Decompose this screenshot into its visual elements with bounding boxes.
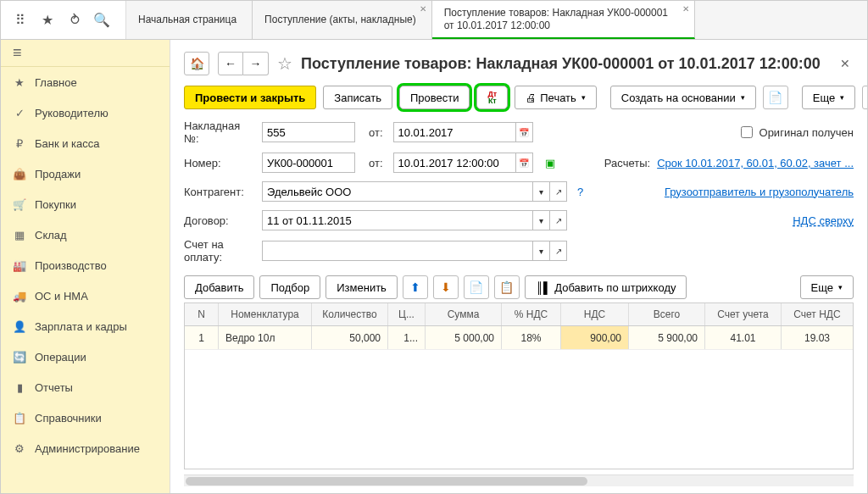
- col-vat-pct[interactable]: % НДС: [502, 303, 561, 325]
- dropdown-icon[interactable]: ▾: [533, 241, 550, 261]
- vat-link[interactable]: НДС сверху: [793, 214, 854, 227]
- calc-link[interactable]: Срок 10.01.2017, 60.01, 60.02, зачет ...: [657, 157, 854, 169]
- apps-icon[interactable]: ⠿: [13, 13, 28, 28]
- number-label: Номер:: [184, 157, 257, 169]
- favorite-icon[interactable]: ☆: [277, 53, 292, 74]
- sidebar-item-admin[interactable]: ⚙Администрирование: [1, 433, 170, 463]
- print-button[interactable]: 🖨Печать▾: [515, 86, 597, 109]
- invoice-date-input[interactable]: [393, 122, 516, 142]
- shipper-link[interactable]: Грузоотправитель и грузополучатель: [665, 186, 854, 198]
- posted-icon: ▣: [545, 157, 555, 169]
- open-icon[interactable]: ↗: [550, 181, 567, 202]
- person-icon: 👤: [13, 320, 26, 333]
- col-quantity[interactable]: Количество: [312, 303, 388, 325]
- sync-icon: 🔄: [13, 351, 26, 364]
- original-received-checkbox[interactable]: [741, 126, 753, 138]
- col-total[interactable]: Всего: [629, 303, 705, 325]
- add-barcode-button[interactable]: ║▌Добавить по штрихкоду: [525, 275, 687, 299]
- post-button[interactable]: Провести: [399, 86, 470, 109]
- pick-button[interactable]: Подбор: [259, 275, 320, 299]
- table-row[interactable]: 1 Ведро 10л 50,000 1... 5 000,00 18% 900…: [185, 326, 853, 350]
- sidebar-item-reports[interactable]: ▮Отчеты: [1, 372, 170, 402]
- sidebar-item-hr[interactable]: 👤Зарплата и кадры: [1, 311, 170, 341]
- tabs: Начальная страница Поступление (акты, на…: [126, 1, 867, 39]
- dtkt-button[interactable]: ДтКт: [476, 86, 508, 109]
- search-icon[interactable]: 🔍: [94, 13, 109, 28]
- col-nomenclature[interactable]: Номенклатура: [219, 303, 312, 325]
- contract-input[interactable]: [262, 210, 533, 230]
- tab-receipts[interactable]: Поступление (акты, накладные)✕: [253, 1, 432, 39]
- move-up-button[interactable]: ⬆: [403, 275, 428, 299]
- col-price[interactable]: Ц...: [388, 303, 426, 325]
- open-icon[interactable]: ↗: [550, 210, 567, 230]
- bars-icon: ▮: [13, 381, 26, 394]
- sidebar: ≡ ★Главное ✓Руководителю ₽Банк и касса 👜…: [1, 40, 170, 493]
- more-button[interactable]: Еще▾: [802, 86, 855, 109]
- open-icon[interactable]: ↗: [550, 241, 567, 261]
- star-icon[interactable]: ★: [40, 13, 55, 28]
- bag-icon: 👜: [13, 168, 26, 180]
- save-button[interactable]: Записать: [323, 86, 392, 109]
- help-button[interactable]: ?: [862, 86, 867, 109]
- printer-icon: 🖨: [526, 92, 537, 104]
- invoice-label: Накладная №:: [184, 119, 257, 145]
- sidebar-item-catalogs[interactable]: 📋Справочники: [1, 402, 170, 433]
- sidebar-item-assets[interactable]: 🚚ОС и НМА: [1, 280, 170, 311]
- sidebar-item-main[interactable]: ★Главное: [1, 67, 170, 97]
- forward-button[interactable]: →: [243, 52, 269, 75]
- payacc-input[interactable]: [262, 241, 533, 261]
- datetime-input[interactable]: [393, 153, 516, 173]
- grid-body: 1 Ведро 10л 50,000 1... 5 000,00 18% 900…: [185, 326, 853, 469]
- close-icon[interactable]: ✕: [682, 4, 689, 14]
- col-account[interactable]: Счет учета: [705, 303, 782, 325]
- dropdown-icon[interactable]: ▾: [533, 181, 550, 202]
- grid-header: N Номенклатура Количество Ц... Сумма % Н…: [185, 303, 853, 326]
- attach-button[interactable]: 📄: [763, 86, 788, 109]
- sidebar-item-operations[interactable]: 🔄Операции: [1, 341, 170, 372]
- counterparty-input[interactable]: [262, 181, 533, 202]
- post-and-close-button[interactable]: Провести и закрыть: [184, 86, 316, 109]
- close-page-button[interactable]: ✕: [837, 57, 854, 70]
- calendar-icon[interactable]: 📅: [516, 122, 533, 142]
- sidebar-item-production[interactable]: 🏭Производство: [1, 250, 170, 280]
- sidebar-item-manager[interactable]: ✓Руководителю: [1, 97, 170, 128]
- invoice-number-input[interactable]: [262, 122, 355, 142]
- menu-icon[interactable]: ≡: [1, 40, 170, 67]
- datetime-group: 📅: [393, 153, 533, 173]
- history-icon[interactable]: ⥁: [67, 13, 82, 28]
- sidebar-item-sales[interactable]: 👜Продажи: [1, 158, 170, 189]
- counterparty-help[interactable]: ?: [577, 186, 583, 198]
- move-down-button[interactable]: ⬇: [433, 275, 459, 299]
- sidebar-item-bank[interactable]: ₽Банк и касса: [1, 128, 170, 158]
- col-vat-account[interactable]: Счет НДС: [782, 303, 853, 325]
- sidebar-item-purchases[interactable]: 🛒Покупки: [1, 189, 170, 219]
- calc-label: Расчеты:: [604, 157, 650, 169]
- top-bar: ⠿ ★ ⥁ 🔍 Начальная страница Поступление (…: [1, 1, 867, 40]
- col-sum[interactable]: Сумма: [426, 303, 502, 325]
- tab-home[interactable]: Начальная страница: [126, 1, 253, 39]
- back-button[interactable]: ←: [218, 52, 243, 75]
- dropdown-icon[interactable]: ▾: [533, 210, 550, 230]
- content: 🏠 ← → ☆ Поступление товаров: Накладная У…: [170, 40, 867, 493]
- home-button[interactable]: 🏠: [184, 52, 209, 75]
- barcode-icon: ║▌: [536, 281, 551, 294]
- create-based-button[interactable]: Создать на основании▾: [610, 86, 756, 109]
- ruble-icon: ₽: [13, 137, 26, 150]
- tab-current[interactable]: Поступление товаров: Накладная УК00-0000…: [432, 1, 695, 39]
- col-vat[interactable]: НДС: [561, 303, 629, 325]
- calendar-icon[interactable]: 📅: [516, 153, 533, 173]
- col-n[interactable]: N: [185, 303, 219, 325]
- add-button[interactable]: Добавить: [184, 275, 254, 299]
- sidebar-item-warehouse[interactable]: ▦Склад: [1, 219, 170, 250]
- table-more-button[interactable]: Еще▾: [800, 275, 854, 299]
- main-toolbar: Провести и закрыть Записать Провести ДтК…: [184, 86, 854, 109]
- original-received-label: Оригинал получен: [760, 126, 854, 139]
- number-input[interactable]: [262, 153, 355, 173]
- horizontal-scrollbar[interactable]: [184, 475, 854, 486]
- paste-button[interactable]: 📋: [494, 275, 520, 299]
- payacc-label: Счет на оплату:: [184, 238, 257, 264]
- edit-button[interactable]: Изменить: [326, 275, 398, 299]
- invoice-date-group: 📅: [393, 122, 533, 142]
- copy-button[interactable]: 📄: [464, 275, 489, 299]
- close-icon[interactable]: ✕: [420, 4, 426, 14]
